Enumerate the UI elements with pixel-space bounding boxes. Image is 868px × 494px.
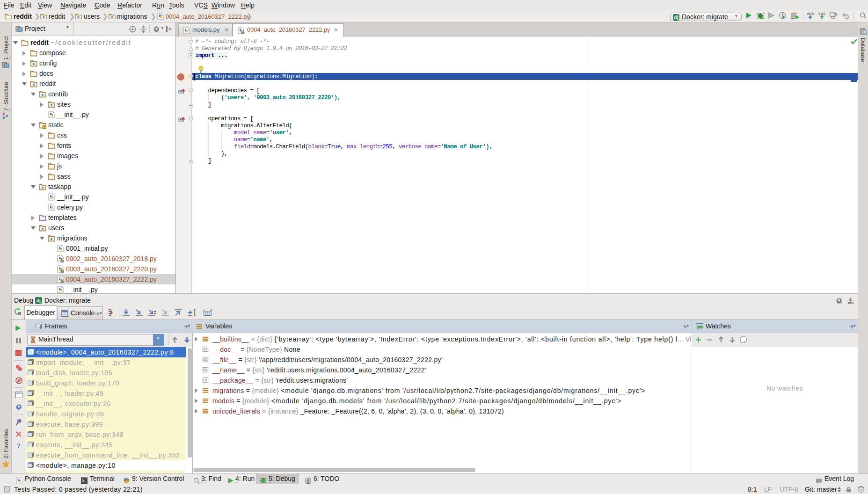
svg-text:VCS: VCS: [807, 12, 814, 16]
svg-text:dj: dj: [36, 298, 40, 303]
svg-text:?: ?: [17, 442, 21, 450]
